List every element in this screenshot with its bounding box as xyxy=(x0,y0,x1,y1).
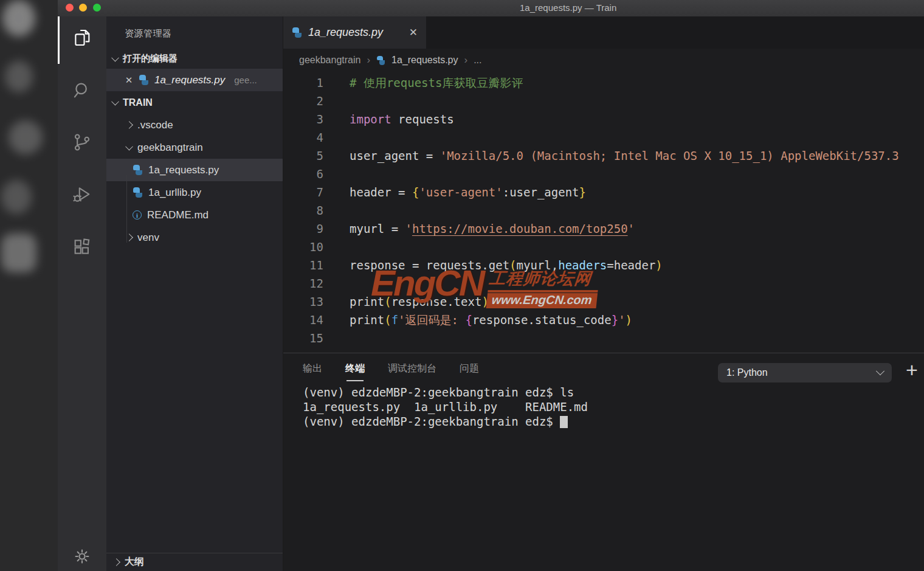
terminal-select[interactable]: 1: Python xyxy=(718,363,892,382)
tree-item-venv[interactable]: venv xyxy=(106,226,283,249)
explorer-view-button[interactable] xyxy=(68,24,96,52)
terminal-line: (venv) edzdeMBP-2:geekbangtrain edz$ xyxy=(303,414,924,429)
source-control-view-button[interactable] xyxy=(68,128,96,156)
search-icon xyxy=(72,80,92,100)
blurred-icon xyxy=(9,120,43,154)
chevron-right-icon: › xyxy=(464,54,468,66)
extensions-view-button[interactable] xyxy=(68,233,96,261)
chevron-down-icon xyxy=(876,367,884,375)
run-debug-icon xyxy=(72,184,92,205)
close-editor-icon[interactable]: ✕ xyxy=(125,75,133,86)
bottom-panel: 输出 终端 调试控制台 问题 1: Python + (venv) edzdeM… xyxy=(283,353,924,571)
open-editors-section-header[interactable]: 打开的编辑器 xyxy=(106,48,283,69)
outline-section-header[interactable]: 大纲 xyxy=(106,553,283,571)
blurred-icon xyxy=(5,61,33,92)
code-line: 9myurl = 'https://movie.douban.com/top25… xyxy=(283,220,924,238)
code-line: 13print(response.text) xyxy=(283,292,924,311)
breadcrumb-folder[interactable]: geekbangtrain xyxy=(299,55,360,66)
chevron-down-icon xyxy=(125,143,133,151)
breadcrumb: geekbangtrain › 1a_requests.py › ... xyxy=(283,49,924,72)
tab-bar: 1a_requests.py ✕ xyxy=(283,16,924,49)
tree-item-geekbangtrain[interactable]: geekbangtrain xyxy=(106,136,283,159)
breadcrumb-file[interactable]: 1a_requests.py xyxy=(391,55,458,66)
code-line: 2 xyxy=(283,92,924,110)
open-editor-detail: gee... xyxy=(234,75,257,85)
panel-tab-problems[interactable]: 问题 xyxy=(460,362,479,375)
python-icon xyxy=(133,165,143,175)
code-line: 14print(f'返回码是: {response.status_code}') xyxy=(283,311,924,329)
sidebar-title: 资源管理器 xyxy=(106,16,283,48)
source-control-icon xyxy=(72,132,92,153)
screen: 1a_requests.py — Train xyxy=(0,0,924,571)
chevron-down-icon xyxy=(111,54,119,61)
panel-tab-terminal[interactable]: 终端 xyxy=(345,362,365,375)
workspace-root-header[interactable]: TRAIN xyxy=(106,91,283,114)
code-line: 3import requests xyxy=(283,110,924,128)
tree-item-readme[interactable]: README.md xyxy=(106,204,283,226)
code-line: 5user_agent = 'Mozilla/5.0 (Macintosh; I… xyxy=(283,147,924,165)
code-line: 8 xyxy=(283,201,924,220)
extensions-icon xyxy=(72,237,92,257)
files-icon xyxy=(72,27,92,48)
code-line: 1# 使用requests库获取豆瓣影评 xyxy=(283,74,924,92)
titlebar: 1a_requests.py — Train xyxy=(58,0,924,17)
explorer-sidebar: 资源管理器 打开的编辑器 ✕ 1a_requests.py gee... TRA… xyxy=(106,16,283,571)
active-view-indicator xyxy=(58,16,60,64)
tree-item-1a-requests[interactable]: 1a_requests.py xyxy=(106,159,283,181)
code-editor[interactable]: 1# 使用requests库获取豆瓣影评23import requests45u… xyxy=(283,72,924,353)
window-title: 1a_requests.py — Train xyxy=(520,2,616,13)
terminal-output[interactable]: (venv) edzdeMBP-2:geekbangtrain edz$ ls1… xyxy=(283,375,924,429)
chevron-down-icon xyxy=(111,98,119,106)
breadcrumb-symbol[interactable]: ... xyxy=(474,55,481,66)
tab-1a-requests[interactable]: 1a_requests.py ✕ xyxy=(283,16,426,49)
blurred-icon xyxy=(2,0,35,36)
new-terminal-button[interactable]: + xyxy=(906,359,918,380)
indent-guide xyxy=(126,175,127,243)
info-icon xyxy=(133,210,142,220)
code-line: 10 xyxy=(283,238,924,256)
close-tab-icon[interactable]: ✕ xyxy=(409,26,418,39)
panel-tab-debug-console[interactable]: 调试控制台 xyxy=(388,362,436,375)
terminal-line: 1a_requests.py 1a_urllib.py README.md xyxy=(303,400,924,414)
zoom-window-button[interactable] xyxy=(93,4,101,12)
minimize-window-button[interactable] xyxy=(79,4,87,12)
python-icon xyxy=(292,27,302,38)
activity-bar xyxy=(58,16,106,571)
code-line: 11response = requests.get(myurl,headers=… xyxy=(283,256,924,274)
settings-gear-icon xyxy=(72,547,92,566)
python-icon xyxy=(139,75,149,85)
search-view-button[interactable] xyxy=(68,76,96,104)
chevron-right-icon xyxy=(125,121,133,129)
code-line: 6 xyxy=(283,165,924,183)
terminal-line: (venv) edzdeMBP-2:geekbangtrain edz$ ls xyxy=(303,385,924,400)
blurred-icon xyxy=(1,180,32,214)
editor-group: 1a_requests.py ✕ geekbangtrain › 1a_requ… xyxy=(283,16,924,571)
code-line: 15 xyxy=(283,329,924,347)
python-icon xyxy=(376,56,385,65)
vscode-window: 1a_requests.py — Train xyxy=(58,0,924,571)
tree-item-1a-urllib[interactable]: 1a_urllib.py xyxy=(106,181,283,204)
chevron-right-icon xyxy=(112,558,120,566)
open-editor-item[interactable]: ✕ 1a_requests.py gee... xyxy=(106,69,283,91)
blurred-icon xyxy=(1,234,36,272)
manage-button[interactable] xyxy=(58,542,106,571)
code-line: 7header = {'user-agent':user_agent} xyxy=(283,183,924,201)
close-window-button[interactable] xyxy=(66,4,74,12)
code-line: 12 xyxy=(283,274,924,292)
panel-tab-output[interactable]: 输出 xyxy=(303,362,322,375)
run-debug-view-button[interactable] xyxy=(68,181,96,209)
tree-item-vscode[interactable]: .vscode xyxy=(106,114,283,136)
chevron-right-icon: › xyxy=(367,54,370,66)
code-line: 4 xyxy=(283,128,924,147)
python-icon xyxy=(133,187,143,198)
terminal-cursor xyxy=(560,416,568,428)
background-blur-strip xyxy=(0,0,58,571)
